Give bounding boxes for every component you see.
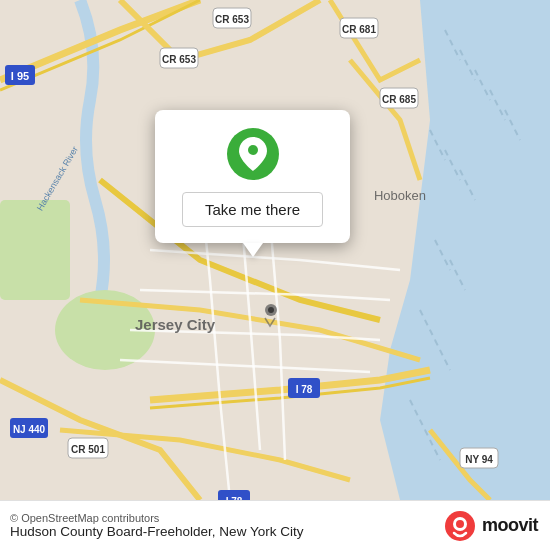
moovit-text: moovit [482, 515, 538, 536]
bottom-bar: © OpenStreetMap contributors Hudson Coun… [0, 500, 550, 550]
pin-icon [227, 128, 279, 180]
svg-text:CR 501: CR 501 [71, 444, 105, 455]
take-me-there-button[interactable]: Take me there [182, 192, 323, 227]
location-title: Hudson County Board-Freeholder, New York… [10, 524, 303, 539]
svg-text:I 95: I 95 [11, 70, 29, 82]
location-tooltip: Take me there [155, 110, 350, 243]
bottom-left-info: © OpenStreetMap contributors Hudson Coun… [10, 512, 303, 539]
copyright-text: © OpenStreetMap contributors [10, 512, 303, 524]
svg-text:I 78: I 78 [226, 496, 243, 500]
svg-point-43 [248, 145, 258, 155]
svg-text:NJ 440: NJ 440 [13, 424, 46, 435]
svg-text:I 78: I 78 [296, 384, 313, 395]
moovit-logo[interactable]: moovit [444, 510, 538, 542]
svg-text:CR 681: CR 681 [342, 24, 376, 35]
svg-text:Jersey City: Jersey City [135, 316, 216, 333]
svg-text:CR 653: CR 653 [162, 54, 196, 65]
moovit-icon [444, 510, 476, 542]
svg-text:CR 653: CR 653 [215, 14, 249, 25]
svg-point-42 [268, 307, 274, 313]
map-background: CR 653 CR 653 CR 681 CR 685 I 95 I 78 I … [0, 0, 550, 500]
map-container: CR 653 CR 653 CR 681 CR 685 I 95 I 78 I … [0, 0, 550, 500]
svg-text:NY 94: NY 94 [465, 454, 493, 465]
svg-point-46 [456, 520, 464, 528]
svg-text:Hoboken: Hoboken [374, 188, 426, 203]
svg-text:CR 685: CR 685 [382, 94, 416, 105]
svg-rect-17 [0, 200, 70, 300]
